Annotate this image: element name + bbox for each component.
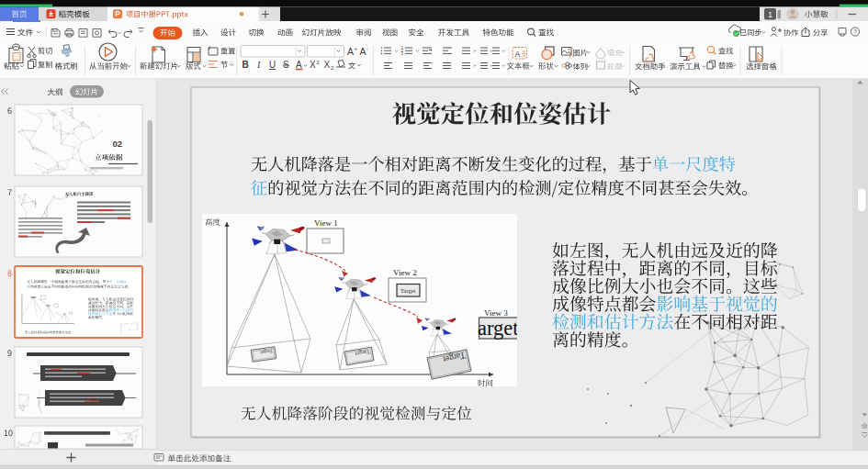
- svg-text:A: A: [347, 46, 354, 57]
- svg-text:B: B: [242, 60, 249, 70]
- svg-text:A: A: [296, 60, 302, 70]
- svg-text:+: +: [355, 46, 358, 51]
- svg-text:S: S: [283, 60, 289, 70]
- svg-text:I: I: [256, 60, 261, 70]
- svg-text:02: 02: [113, 139, 123, 149]
- svg-text:X: X: [310, 60, 316, 70]
- svg-text:1: 1: [768, 10, 772, 19]
- svg-text:View 3: View 3: [484, 308, 508, 318]
- svg-text:arget: arget: [478, 317, 519, 340]
- svg-text:X: X: [324, 60, 331, 70]
- svg-text:Target: Target: [400, 287, 416, 294]
- svg-text:?: ?: [853, 28, 857, 35]
- svg-text:-: -: [366, 46, 368, 51]
- svg-text:A: A: [360, 46, 366, 57]
- svg-text:P: P: [115, 9, 120, 18]
- svg-text:View 1: View 1: [314, 218, 338, 228]
- svg-text:A: A: [515, 50, 521, 59]
- svg-text:U: U: [269, 60, 276, 70]
- svg-text:View 2: View 2: [393, 268, 417, 277]
